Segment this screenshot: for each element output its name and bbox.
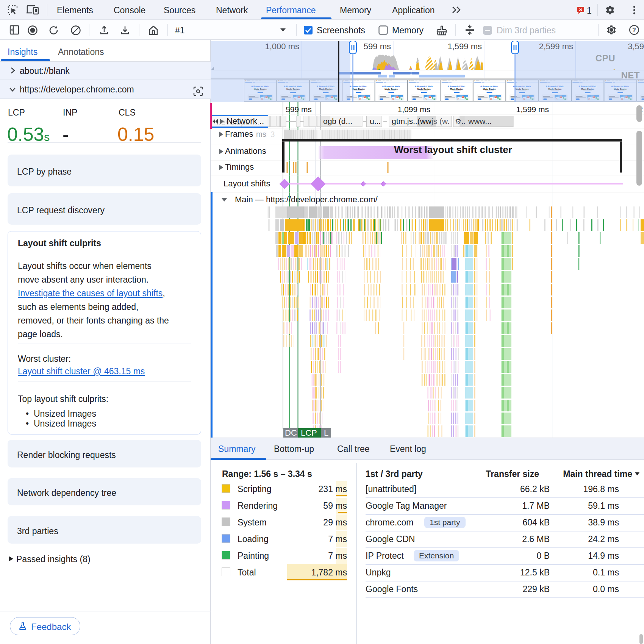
svg-text:A Powerful Web.: A Powerful Web. — [415, 85, 433, 88]
svg-text:2,599 ms: 2,599 ms — [539, 42, 574, 51]
svg-text:Worst layout shift cluster: Worst layout shift cluster — [394, 144, 512, 155]
svg-text:DC: DC — [285, 428, 297, 438]
svg-text:NET: NET — [621, 70, 640, 80]
svg-text:Made Easier.: Made Easier. — [483, 88, 496, 90]
svg-text:599 ms: 599 ms — [286, 105, 312, 114]
svg-text:1,599 ms: 1,599 ms — [448, 42, 482, 51]
svg-text:Layout shifts: Layout shifts — [224, 179, 270, 188]
svg-text:1,599 ms: 1,599 ms — [516, 105, 549, 114]
svg-text:A Powerful Web.: A Powerful Web. — [349, 85, 368, 88]
svg-text:1,000 ms: 1,000 ms — [265, 42, 300, 51]
svg-text:A Powerful Web.: A Powerful Web. — [447, 85, 466, 88]
svg-text:ogb (d...: ogb (d... — [323, 117, 352, 125]
svg-text:Animations: Animations — [225, 146, 266, 156]
svg-text:Made Easier.: Made Easier. — [385, 88, 398, 90]
svg-text:CPU: CPU — [596, 53, 615, 63]
svg-text:599 ms: 599 ms — [364, 42, 391, 51]
svg-text:L: L — [324, 428, 328, 438]
svg-text:?: ? — [632, 27, 636, 33]
svg-text:Network ..: Network .. — [227, 116, 264, 126]
svg-text:www...: www... — [468, 117, 492, 125]
svg-text:Frames: Frames — [225, 129, 253, 139]
svg-text:Made Easier.: Made Easier. — [450, 88, 464, 90]
svg-text:u...: u... — [370, 117, 381, 125]
svg-text:3,59: 3,59 — [628, 42, 644, 51]
svg-text:Made Easier.: Made Easier. — [417, 88, 431, 90]
svg-text:gtm.js..(wwjs (w.: gtm.js..(wwjs (w. — [392, 117, 450, 125]
svg-text:ms: ms — [256, 130, 266, 138]
svg-text:Timings: Timings — [225, 162, 254, 172]
svg-text:1,099 ms: 1,099 ms — [398, 105, 430, 114]
svg-text:A Powerful Web.: A Powerful Web. — [382, 85, 401, 88]
svg-text:Made Easier.: Made Easier. — [352, 88, 366, 90]
svg-text:Main — https://developer.chrom: Main — https://developer.chrome.com/ — [235, 195, 378, 204]
svg-text:A Powerful Web.: A Powerful Web. — [480, 85, 499, 88]
svg-text:LCP: LCP — [301, 428, 317, 438]
